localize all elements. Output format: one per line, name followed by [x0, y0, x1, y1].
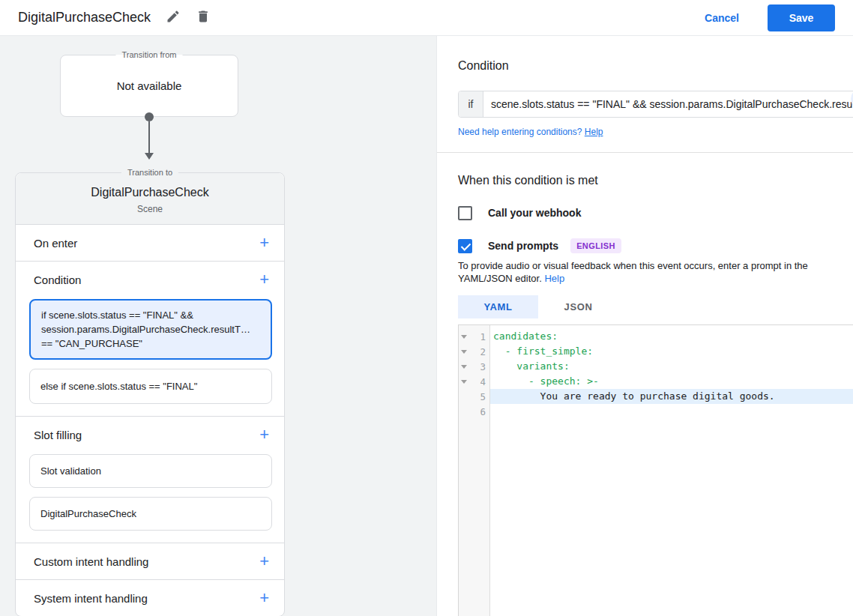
send-prompts-checkbox[interactable] — [458, 239, 472, 253]
condition-item-selected[interactable]: if scene.slots.status == "FINAL" && sess… — [29, 299, 272, 360]
section-label: Slot filling — [34, 429, 82, 441]
yaml-code-editor[interactable]: 1 2 3 4 5 — [458, 324, 853, 616]
section-head-slot-filling: Slot filling + — [16, 417, 284, 453]
add-system-intent-button[interactable]: + — [259, 591, 269, 605]
webhook-label: Call your webhook — [488, 207, 581, 219]
edit-title-button[interactable] — [166, 9, 181, 26]
plus-icon: + — [259, 552, 269, 570]
slot-item[interactable]: DigitalPurchaseCheck — [29, 497, 272, 531]
panel-title: Condition — [458, 58, 853, 73]
send-prompts-label: Send prompts — [488, 240, 558, 252]
scene-card-header: Transition to DigitalPurchaseCheck Scene — [16, 173, 284, 225]
section-on-enter: On enter + — [16, 225, 284, 261]
slot-items: Slot validation DigitalPurchaseCheck — [16, 453, 284, 543]
section-label: System intent handling — [34, 592, 148, 605]
panel-divider — [437, 152, 853, 153]
fold-arrow-icon — [461, 335, 467, 339]
section-label: Custom intent handling — [34, 555, 148, 568]
add-condition-button[interactable]: + — [259, 273, 269, 286]
line-number: 5 — [469, 391, 489, 402]
scene-flow-panel: Transition from Not available Transition… — [0, 36, 437, 616]
gutter-row: 4 — [459, 374, 489, 389]
webhook-checkbox[interactable] — [458, 206, 472, 220]
section-condition: Condition + if scene.slots.status == "FI… — [16, 261, 284, 416]
section-custom-intent: Custom intent handling + — [16, 543, 284, 579]
line-number: 1 — [469, 331, 489, 342]
page-title: DigitalPurchaseCheck — [18, 10, 151, 25]
connector-arrowhead-icon — [145, 153, 154, 160]
code-line — [490, 404, 853, 419]
save-button[interactable]: Save — [768, 4, 835, 31]
section-label: Condition — [34, 274, 81, 286]
section-head-custom-intent: Custom intent handling + — [16, 543, 284, 579]
prompts-description-text: To provide audio or visual feedback when… — [458, 260, 808, 284]
fold-arrow-icon — [461, 365, 467, 369]
line-number: 4 — [469, 376, 489, 387]
section-system-intent: System intent handling + — [16, 579, 284, 616]
condition-met-title: When this condition is met — [458, 173, 853, 187]
tab-json[interactable]: JSON — [538, 295, 618, 318]
gutter-row: 1 — [459, 329, 489, 344]
condition-expression-value[interactable]: scene.slots.status == "FINAL" && session… — [483, 91, 853, 117]
transition-to-label: Transition to — [121, 168, 178, 177]
section-head-condition: Condition + — [16, 262, 284, 298]
condition-expression-input[interactable]: if scene.slots.status == "FINAL" && sess… — [458, 91, 853, 118]
plus-icon: + — [259, 425, 269, 444]
gutter-row: 2 — [459, 344, 489, 359]
add-on-enter-button[interactable]: + — [259, 236, 269, 250]
fold-arrow-icon — [461, 380, 467, 384]
fold-toggle[interactable] — [459, 365, 469, 369]
prompts-description: To provide audio or visual feedback when… — [458, 259, 837, 285]
condition-detail-panel: Condition if scene.slots.status == "FINA… — [437, 36, 853, 616]
connector-line — [148, 121, 150, 154]
slot-item[interactable]: Slot validation — [29, 454, 272, 488]
add-slot-button[interactable]: + — [259, 428, 269, 441]
description-help-link[interactable]: Help — [544, 273, 564, 284]
condition-items: if scene.slots.status == "FINAL" && sess… — [16, 298, 284, 416]
webhook-row[interactable]: Call your webhook — [458, 205, 853, 220]
help-link[interactable]: Help — [585, 127, 603, 137]
delete-scene-button[interactable] — [196, 9, 211, 26]
editor-gutter: 1 2 3 4 5 — [459, 325, 490, 616]
code-line-highlighted: You are ready to purchase digital goods. — [490, 389, 853, 404]
code-line: - speech: >- — [490, 374, 853, 389]
pencil-icon — [166, 9, 181, 26]
condition-help-line: Need help entering conditions? Help — [458, 127, 853, 137]
section-slot-filling: Slot filling + Slot validation DigitalPu… — [16, 416, 284, 543]
plus-icon: + — [259, 233, 269, 252]
transition-from-label: Transition from — [116, 50, 183, 59]
code-line: variants: — [490, 359, 853, 374]
connector-dot — [145, 112, 154, 121]
fold-toggle[interactable] — [459, 335, 469, 339]
transition-from-value: Not available — [61, 55, 238, 116]
editor-code-area[interactable]: candidates: - first_simple: variants: - … — [490, 325, 853, 616]
line-number: 3 — [469, 361, 489, 372]
section-label: On enter — [34, 237, 77, 250]
condition-item[interactable]: else if scene.slots.status == "FINAL" — [29, 369, 272, 404]
line-number: 2 — [469, 346, 489, 357]
plus-icon: + — [259, 270, 269, 289]
if-prefix-label: if — [459, 91, 483, 117]
gutter-row: 5 — [459, 389, 489, 404]
transition-from-box: Transition from Not available — [60, 55, 238, 117]
scene-type: Scene — [16, 204, 284, 214]
cancel-button[interactable]: Cancel — [705, 12, 739, 24]
section-head-on-enter: On enter + — [16, 225, 284, 261]
tab-yaml[interactable]: YAML — [458, 295, 538, 318]
app-header: DigitalPurchaseCheck Cancel Save — [0, 0, 853, 36]
fold-toggle[interactable] — [459, 350, 469, 354]
plus-icon: + — [259, 588, 269, 607]
language-badge: ENGLISH — [570, 238, 621, 253]
send-prompts-row[interactable]: Send prompts ENGLISH — [458, 238, 853, 253]
fold-arrow-icon — [461, 350, 467, 354]
gutter-row: 3 — [459, 359, 489, 374]
code-line: - first_simple: — [490, 344, 853, 359]
gutter-row: 6 — [459, 404, 489, 419]
line-number: 6 — [469, 406, 489, 417]
add-custom-intent-button[interactable]: + — [259, 555, 269, 568]
trash-icon — [196, 9, 211, 26]
fold-toggle[interactable] — [459, 380, 469, 384]
help-text: Need help entering conditions? — [458, 127, 582, 137]
editor-tabs: YAML JSON — [458, 295, 853, 318]
page: DigitalPurchaseCheck Cancel Save Transit… — [0, 0, 853, 616]
